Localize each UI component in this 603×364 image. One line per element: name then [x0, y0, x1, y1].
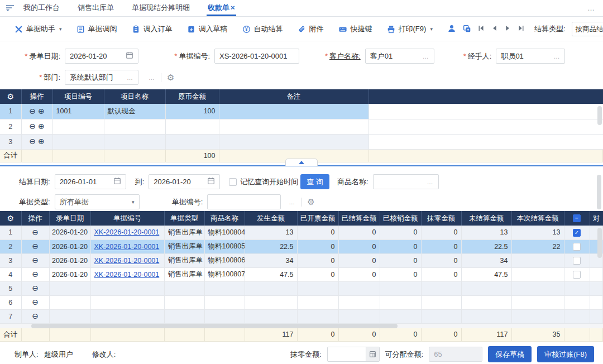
dept-picker-icon[interactable]: …: [127, 74, 133, 81]
grid-settings-gear-icon[interactable]: ⚙: [0, 89, 21, 104]
item-name-cell[interactable]: [104, 134, 165, 149]
remember-start-checkbox[interactable]: [229, 178, 237, 186]
row-checkbox[interactable]: ✓: [573, 229, 581, 237]
table-row[interactable]: 3⊖2026-01-20XK-2026-01-20-0001销售出库单物料100…: [0, 253, 603, 267]
toolbar-assistant[interactable]: 单据助手▾: [15, 24, 62, 34]
this-settlement-cell[interactable]: 13: [511, 226, 564, 240]
more-tabs-icon[interactable]: …: [587, 4, 595, 12]
amount-cell[interactable]: 100: [165, 104, 219, 119]
indeterminate-checkbox-icon[interactable]: −: [573, 214, 581, 222]
toolbar-auto-settle[interactable]: 自动结算: [242, 24, 283, 34]
handler-picker-icon[interactable]: …: [553, 53, 560, 60]
tab-我的工作台[interactable]: 我的工作台: [22, 3, 61, 16]
collapse-menu-icon[interactable]: [6, 4, 15, 12]
save-draft-button[interactable]: 保存草稿: [488, 346, 532, 362]
customer-input[interactable]: 客户01…: [365, 49, 434, 64]
table-row[interactable]: 3⊖⊕: [0, 134, 603, 149]
form-more-fields-icon[interactable]: …: [149, 74, 155, 81]
source-doc-link[interactable]: XK-2026-01-20-0001: [94, 243, 160, 251]
table-row[interactable]: 1⊖2026-01-20XK-2026-01-20-0001销售出库单物料100…: [0, 226, 603, 240]
collapse-panel-button[interactable]: [285, 159, 318, 166]
this-settlement-cell[interactable]: [511, 295, 564, 309]
source-table-vscrollbar[interactable]: [597, 228, 602, 258]
date-from-input[interactable]: 2026-01-01: [55, 174, 126, 189]
calendar-icon[interactable]: [113, 177, 121, 186]
this-settlement-cell[interactable]: [511, 309, 564, 323]
remove-row-icon[interactable]: ⊖: [29, 107, 36, 116]
horizontal-scrollbar[interactable]: [0, 323, 603, 328]
table-row[interactable]: 1⊖⊕1001默认现金100: [0, 104, 603, 119]
toolbar-import-draft[interactable]: 调入草稿: [187, 24, 228, 34]
grid-settings-gear-icon[interactable]: ⚙: [0, 211, 21, 226]
query-doc-no-input[interactable]: [207, 194, 281, 209]
toolbar-print[interactable]: 打印(F9)▾: [387, 24, 433, 34]
table-row[interactable]: 6⊖: [0, 295, 603, 309]
query-settings-gear-icon[interactable]: ⚙: [307, 197, 314, 207]
calendar-icon[interactable]: [126, 51, 133, 61]
add-row-icon[interactable]: ⊕: [38, 122, 45, 131]
item-code-cell[interactable]: 1001: [52, 104, 104, 119]
item-code-cell[interactable]: [52, 134, 104, 149]
add-row-icon[interactable]: ⊕: [38, 107, 45, 116]
amount-cell[interactable]: [165, 119, 219, 134]
settle-type-select[interactable]: 按商品结▾: [572, 22, 603, 36]
toolbar-doc-review[interactable]: 单据调阅: [76, 24, 117, 34]
note-cell[interactable]: [219, 134, 368, 149]
source-doc-link[interactable]: XK-2026-01-20-0001: [94, 271, 160, 279]
customer-label[interactable]: *客户名称:: [325, 51, 361, 61]
nav-prev-icon[interactable]: [491, 25, 498, 33]
table-row[interactable]: 2⊖2026-01-20XK-2026-01-20-0001销售出库单物料100…: [0, 240, 603, 253]
doc-type-select[interactable]: 所有单据▾: [55, 194, 140, 209]
remove-row-icon[interactable]: ⊖: [29, 137, 36, 146]
remove-row-icon[interactable]: ⊖: [32, 228, 39, 237]
date-to-input[interactable]: 2026-01-20: [149, 174, 220, 189]
nav-last-icon[interactable]: [518, 25, 525, 33]
row-checkbox[interactable]: [573, 243, 581, 251]
select-all-checkbox[interactable]: −: [564, 211, 590, 226]
remove-row-icon[interactable]: ⊖: [32, 270, 39, 279]
remove-row-icon[interactable]: ⊖: [32, 242, 39, 251]
this-settlement-cell[interactable]: [511, 281, 564, 295]
add-row-icon[interactable]: ⊕: [38, 137, 45, 146]
this-settlement-cell[interactable]: [511, 267, 564, 281]
item-code-cell[interactable]: [52, 119, 104, 134]
amount-cell[interactable]: [165, 134, 219, 149]
remove-row-icon[interactable]: ⊖: [29, 122, 36, 131]
this-settlement-cell[interactable]: [511, 253, 564, 267]
rounding-amount-input[interactable]: [327, 347, 380, 362]
hscrollbar-thumb[interactable]: [31, 324, 398, 328]
items-table-vscrollbar[interactable]: [597, 106, 602, 125]
item-name-cell[interactable]: 默认现金: [104, 104, 165, 119]
record-date-input[interactable]: 2026-01-20: [65, 49, 138, 64]
product-picker-icon[interactable]: …: [427, 179, 434, 185]
page-vscrollbar[interactable]: [597, 175, 601, 209]
nav-first-icon[interactable]: [477, 25, 485, 33]
table-row[interactable]: 4⊖2026-01-20XK-2026-01-20-0001销售出库单物料100…: [0, 267, 603, 281]
close-icon[interactable]: ×: [231, 3, 235, 12]
form-settings-gear-icon[interactable]: ⚙: [167, 73, 174, 83]
table-row[interactable]: 5⊖: [0, 281, 603, 295]
toolbar-import-order[interactable]: 调入订单: [132, 24, 173, 34]
search-button[interactable]: 查 询: [300, 174, 329, 189]
item-name-cell[interactable]: [104, 119, 165, 134]
handler-input[interactable]: 职员01…: [496, 49, 565, 64]
user-icon[interactable]: [447, 24, 456, 35]
remove-row-icon[interactable]: ⊖: [32, 284, 39, 293]
tab-单据现结分摊明细[interactable]: 单据现结分摊明细: [131, 3, 191, 16]
calculator-icon[interactable]: [366, 347, 379, 361]
table-row[interactable]: 7⊖: [0, 309, 603, 323]
tab-销售出库单[interactable]: 销售出库单: [76, 3, 115, 16]
doc-no-input[interactable]: XS-2026-01-20-0001: [214, 49, 299, 64]
copy-add-icon[interactable]: [462, 24, 471, 35]
toolbar-attachment[interactable]: 附件: [298, 24, 324, 34]
post-button[interactable]: 审核过账(F8): [537, 346, 594, 362]
source-doc-link[interactable]: XK-2026-01-20-0001: [94, 257, 160, 265]
calendar-icon[interactable]: [207, 177, 215, 186]
toolbar-hotkey[interactable]: 快捷键: [338, 24, 372, 34]
this-settlement-cell[interactable]: 22: [511, 240, 564, 253]
source-doc-link[interactable]: XK-2026-01-20-0001: [94, 228, 160, 236]
row-checkbox[interactable]: [573, 271, 581, 279]
remove-row-icon[interactable]: ⊖: [32, 312, 39, 320]
remove-row-icon[interactable]: ⊖: [32, 298, 39, 306]
customer-picker-icon[interactable]: …: [423, 53, 429, 60]
